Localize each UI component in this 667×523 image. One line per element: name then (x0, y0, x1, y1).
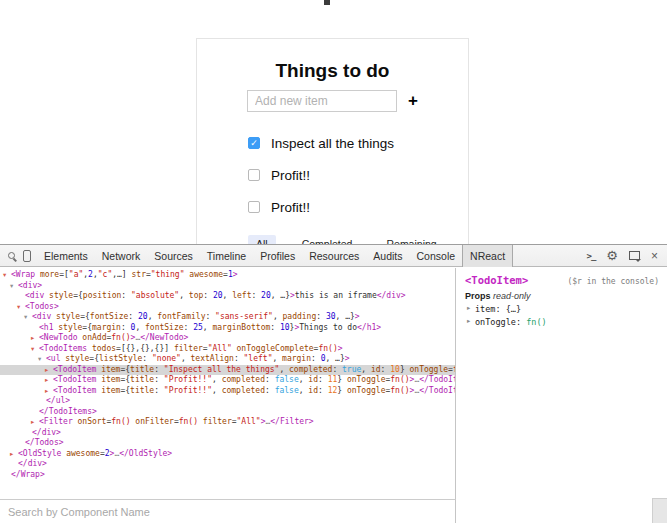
expand-arrow[interactable]: ▸ (31, 333, 39, 344)
side-panel: <TodoItem> ($r in the console) Props rea… (457, 268, 667, 523)
tree-row[interactable]: ▾<div style={fontSize: 20, fontFamily: "… (0, 312, 455, 323)
add-item-button[interactable]: + (408, 91, 418, 111)
tree-row[interactable]: </Wrap> (0, 470, 455, 481)
tree-row[interactable]: ▸<TodoItem item={title: "Profit!!", comp… (0, 375, 455, 386)
selected-component-tag: <TodoItem> (465, 274, 528, 286)
prop-row[interactable]: ▸onToggle: fn() (457, 315, 667, 328)
tree-row[interactable]: ▸<Filter onSort=fn() onFilter=fn() filte… (0, 417, 455, 428)
collapse-arrow[interactable]: ▾ (3, 270, 11, 281)
prop-value: fn() (526, 317, 546, 327)
todo-label: Inspect all the things (271, 136, 394, 151)
tab-profiles[interactable]: Profiles (253, 245, 302, 267)
tab-resources[interactable]: Resources (302, 245, 366, 267)
side-panel-header: <TodoItem> ($r in the console) (457, 268, 667, 288)
tree-row[interactable]: <h1 style={margin: 0, fontSize: 25, marg… (0, 323, 455, 334)
prop-key: item: (475, 304, 506, 314)
cursor-artifact (324, 0, 330, 5)
tree-row[interactable]: ▾<Todos> (0, 302, 455, 313)
expand-arrow[interactable]: ▸ (467, 304, 475, 312)
collapse-arrow[interactable]: ▾ (24, 312, 32, 323)
close-icon[interactable]: × (651, 250, 658, 262)
todo-label: Profit!! (271, 200, 310, 215)
settings-gear-icon[interactable]: ⚙ (606, 249, 618, 262)
checkbox-unchecked[interactable]: ✓ (248, 201, 260, 213)
add-item-row: + (197, 90, 468, 112)
todo-label: Profit!! (271, 168, 310, 183)
tab-elements[interactable]: Elements (37, 245, 95, 267)
inspect-element-icon[interactable] (8, 252, 15, 259)
tab-timeline[interactable]: Timeline (200, 245, 253, 267)
collapse-arrow[interactable]: ▾ (17, 302, 25, 313)
todo-row: ✓Profit!! (248, 159, 468, 191)
toolbar-right-controls: >_ ⚙ × (586, 249, 667, 262)
todo-app-iframe: Things to do + ✓Inspect all the things✓P… (196, 38, 469, 244)
tree-row[interactable]: ▸<NewTodo onAdd=fn()>…</NewTodo> (0, 333, 455, 344)
devtools-toolbar: ElementsNetworkSourcesTimelineProfilesRe… (0, 245, 667, 267)
prop-row[interactable]: ▸item: {…} (457, 302, 667, 315)
expand-arrow[interactable]: ▸ (31, 417, 39, 428)
component-search-input[interactable] (0, 506, 455, 518)
add-item-input[interactable] (247, 90, 397, 112)
tree-row[interactable]: </div> (0, 459, 455, 470)
props-list: ▸item: {…}▸onToggle: fn() (457, 302, 667, 328)
tree-row[interactable]: ▸<TodoItem item={title: "Profit!!", comp… (0, 386, 455, 397)
devtools-tabs: ElementsNetworkSourcesTimelineProfilesRe… (37, 245, 513, 267)
expand-arrow[interactable]: ▸ (45, 375, 53, 386)
todo-row: ✓Profit!! (248, 191, 468, 223)
console-hint: ($r in the console) (567, 277, 659, 286)
tab-audits[interactable]: Audits (366, 245, 409, 267)
collapse-arrow[interactable]: ▾ (10, 281, 18, 292)
collapse-arrow[interactable]: ▾ (31, 344, 39, 355)
devtools-panel: ElementsNetworkSourcesTimelineProfilesRe… (0, 244, 667, 523)
todo-row: ✓Inspect all the things (248, 127, 468, 159)
dock-side-icon[interactable] (629, 251, 640, 260)
expand-arrow[interactable]: ▸ (45, 386, 53, 397)
checkbox-checked[interactable]: ✓ (248, 137, 260, 149)
tree-row[interactable]: <div style={position: "absolute", top: 2… (0, 291, 455, 302)
expand-arrow[interactable]: ▸ (467, 317, 475, 325)
prop-value: {…} (506, 304, 521, 314)
tab-console[interactable]: Console (410, 245, 463, 267)
component-search-bar (0, 499, 456, 523)
tree-row[interactable]: ▾<ul style={listStyle: "none", textAlign… (0, 354, 455, 365)
tree-row[interactable]: </div> (0, 428, 455, 439)
tree-row[interactable]: ▾<div> (0, 281, 455, 292)
screenshot-stage: Things to do + ✓Inspect all the things✓P… (0, 0, 667, 523)
console-drawer-icon[interactable]: >_ (586, 251, 595, 261)
browser-page: Things to do + ✓Inspect all the things✓P… (0, 0, 667, 244)
app-title: Things to do (197, 60, 468, 82)
tab-network[interactable]: Network (95, 245, 148, 267)
tree-row[interactable]: ▾<Wrap more=["a",2,"c",…] str="thing" aw… (0, 270, 455, 281)
component-tree: ▾<Wrap more=["a",2,"c",…] str="thing" aw… (0, 268, 456, 499)
checkbox-unchecked[interactable]: ✓ (248, 169, 260, 181)
tab-nreact[interactable]: NReact (462, 245, 513, 267)
tree-row[interactable]: </ul> (0, 396, 455, 407)
prop-key: onToggle: (475, 317, 526, 327)
collapse-arrow[interactable]: ▾ (38, 354, 46, 365)
tree-row[interactable]: ▸<TodoItem item={title: "Inspect all the… (0, 365, 455, 376)
tree-row[interactable]: ▾<TodoItems todos=[{},{},{}] filter="All… (0, 344, 455, 355)
props-mode: read-only (493, 291, 531, 301)
props-label: Props (465, 291, 491, 301)
expand-arrow[interactable]: ▸ (45, 365, 53, 376)
tree-row[interactable]: </TodoItems> (0, 407, 455, 418)
props-header: Props read-only (457, 288, 667, 302)
scroll-corner (652, 498, 667, 523)
tab-sources[interactable]: Sources (147, 245, 200, 267)
device-mode-icon[interactable] (23, 250, 31, 262)
todo-list: ✓Inspect all the things✓Profit!!✓Profit!… (248, 127, 468, 223)
tree-row[interactable]: ▸<OldStyle awesome=2>…</OldStyle> (0, 449, 455, 460)
expand-arrow[interactable]: ▸ (10, 449, 18, 460)
tree-row[interactable]: </Todos> (0, 438, 455, 449)
